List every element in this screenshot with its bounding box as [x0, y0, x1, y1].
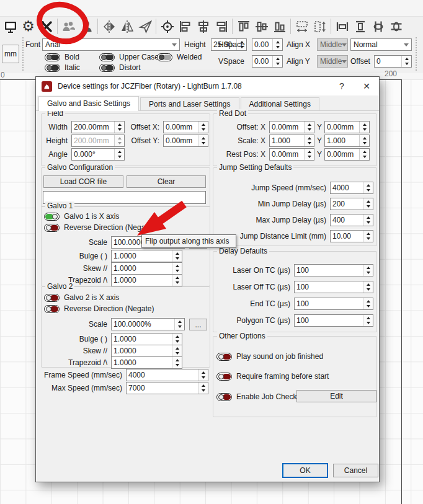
- flip-vertical-icon[interactable]: [100, 17, 118, 35]
- move-vertical-icon[interactable]: [387, 17, 405, 35]
- user-icon[interactable]: [78, 17, 96, 35]
- device-tools-icon[interactable]: [37, 17, 55, 35]
- play-sound-toggle[interactable]: Play sound on job finished: [216, 352, 323, 361]
- spinner-arrows[interactable]: [198, 135, 208, 146]
- units-mm-button[interactable]: mm: [2, 45, 19, 63]
- toolbar-grip[interactable]: [416, 37, 417, 71]
- field-offset-x-input[interactable]: 0.00mm: [163, 121, 208, 133]
- settings-gear-icon[interactable]: ⚙: [19, 17, 37, 35]
- welded-toggle[interactable]: Welded: [157, 53, 202, 61]
- spinner-arrows[interactable]: [401, 56, 411, 67]
- help-button[interactable]: ?: [329, 77, 354, 95]
- spinner-arrows[interactable]: [272, 56, 282, 67]
- spinner-arrows[interactable]: [363, 182, 373, 193]
- spinner-arrows[interactable]: [272, 39, 282, 50]
- italic-toggle[interactable]: Italic: [45, 63, 80, 72]
- same-width-icon[interactable]: [333, 17, 351, 35]
- red-dot-scale-x-input[interactable]: 1.000: [269, 135, 314, 147]
- offset-input[interactable]: 0: [374, 55, 412, 68]
- jump-speed-input[interactable]: 4000: [330, 182, 373, 194]
- align-bottom-icon[interactable]: [270, 17, 288, 35]
- max-jump-delay-input[interactable]: 400: [330, 214, 373, 226]
- spinner-arrows[interactable]: [172, 250, 182, 262]
- field-width-input[interactable]: 200.00mm: [71, 121, 125, 133]
- galvo2-bulge-input[interactable]: 1.0000: [111, 333, 182, 345]
- text-style-select[interactable]: Normal: [350, 38, 412, 51]
- max-speed-input[interactable]: 7000: [126, 382, 208, 394]
- spinner-arrows[interactable]: [172, 334, 182, 345]
- vspace-input[interactable]: 0.00: [252, 55, 283, 68]
- align-center-horizontal-icon[interactable]: [194, 17, 212, 35]
- galvo1-x-axis-toggle[interactable]: Galvo 1 is X axis: [44, 212, 119, 221]
- distort-toggle[interactable]: Distort: [99, 63, 141, 72]
- red-dot-offset-x-input[interactable]: 0.00mm: [269, 121, 314, 133]
- spinner-arrows[interactable]: [363, 198, 373, 210]
- align-top-icon[interactable]: [234, 17, 252, 35]
- load-cor-file-button[interactable]: Load COR file: [43, 175, 123, 188]
- distribute-horizontal-icon[interactable]: [293, 17, 311, 35]
- enable-job-checklist-toggle[interactable]: Enable Job Checklist: [216, 392, 306, 401]
- upper-case-toggle[interactable]: Upper Case: [99, 53, 159, 61]
- clear-cor-button[interactable]: Clear: [127, 175, 206, 188]
- flip-horizontal-icon[interactable]: [118, 17, 136, 35]
- laser-on-tc-input[interactable]: 100: [294, 264, 373, 276]
- user-group-icon[interactable]: [60, 17, 78, 35]
- frame-speed-input[interactable]: 4000: [126, 369, 208, 381]
- tab-additional-settings[interactable]: Additional Settings: [241, 97, 319, 111]
- galvo2-more-button[interactable]: ...: [189, 319, 207, 330]
- spinner-arrows[interactable]: [172, 345, 182, 356]
- red-dot-offset-y-input[interactable]: 0.00mm: [324, 121, 370, 133]
- spinner-arrows[interactable]: [363, 298, 373, 309]
- align-right-icon[interactable]: [212, 17, 230, 35]
- toolbar-grip[interactable]: [22, 37, 24, 71]
- red-dot-rest-x-input[interactable]: 0.00mm: [269, 148, 314, 161]
- close-button[interactable]: ✕: [354, 77, 379, 95]
- require-framing-toggle[interactable]: Require framing before start: [216, 372, 329, 381]
- polygon-tc-input[interactable]: 100: [294, 314, 373, 327]
- red-dot-rest-y-input[interactable]: 0.00mm: [324, 148, 370, 161]
- galvo1-bulge-input[interactable]: 1.0000: [111, 250, 182, 262]
- monitor-icon[interactable]: [1, 17, 19, 35]
- spinner-arrows[interactable]: [198, 369, 208, 381]
- galvo1-reverse-toggle[interactable]: Reverse Direction (Negate): [44, 223, 154, 232]
- cancel-button[interactable]: Cancel: [333, 464, 378, 477]
- hspace-input[interactable]: 0.00: [252, 38, 283, 51]
- spinner-arrows[interactable]: [304, 122, 314, 133]
- spinner-arrows[interactable]: [172, 263, 182, 274]
- spinner-arrows[interactable]: [363, 315, 373, 326]
- font-family-select[interactable]: Arial: [42, 38, 180, 51]
- laser-off-tc-input[interactable]: 100: [294, 281, 373, 293]
- edit-checklist-button[interactable]: Edit: [296, 390, 376, 402]
- spinner-arrows[interactable]: [198, 382, 208, 394]
- field-angle-input[interactable]: 0.000°: [71, 148, 125, 161]
- red-dot-scale-y-input[interactable]: 1.000: [324, 135, 370, 147]
- galvo2-reverse-toggle[interactable]: Reverse Direction (Negate): [44, 304, 154, 313]
- spinner-arrows[interactable]: [304, 149, 314, 160]
- min-jump-delay-input[interactable]: 200: [330, 198, 373, 210]
- galvo2-skew-input[interactable]: 1.0000: [111, 345, 182, 357]
- spinner-arrows[interactable]: [114, 149, 124, 160]
- spinner-arrows[interactable]: [172, 275, 182, 286]
- spinner-arrows[interactable]: [363, 231, 373, 242]
- galvo1-trapezoid-input[interactable]: 1.0000: [111, 274, 182, 286]
- spinner-arrows[interactable]: [359, 122, 369, 133]
- bold-toggle[interactable]: Bold: [45, 53, 79, 61]
- jump-distance-limit-input[interactable]: 10.00: [330, 230, 373, 242]
- field-offset-y-input[interactable]: 0.00mm: [163, 135, 208, 147]
- tab-galvo-basic-settings[interactable]: Galvo and Basic Settings: [38, 96, 139, 111]
- ok-button[interactable]: OK: [282, 463, 328, 478]
- spinner-arrows[interactable]: [198, 122, 208, 133]
- galvo1-skew-input[interactable]: 1.0000: [111, 262, 182, 275]
- spinner-arrows[interactable]: [359, 135, 369, 146]
- spinner-arrows[interactable]: [172, 357, 182, 368]
- spinner-arrows[interactable]: [174, 319, 184, 330]
- distribute-vertical-icon[interactable]: [311, 17, 329, 35]
- galvo2-scale-input[interactable]: 100.0000%: [111, 318, 185, 330]
- end-tc-input[interactable]: 100: [294, 298, 373, 310]
- print-position-icon[interactable]: [158, 17, 176, 35]
- shear-icon[interactable]: [136, 17, 154, 35]
- same-height-icon[interactable]: [351, 17, 369, 35]
- align-left-icon[interactable]: [176, 17, 194, 35]
- spinner-arrows[interactable]: [359, 149, 369, 160]
- dialog-title-bar[interactable]: Device settings for JCZFiber (Rotary) - …: [36, 77, 379, 95]
